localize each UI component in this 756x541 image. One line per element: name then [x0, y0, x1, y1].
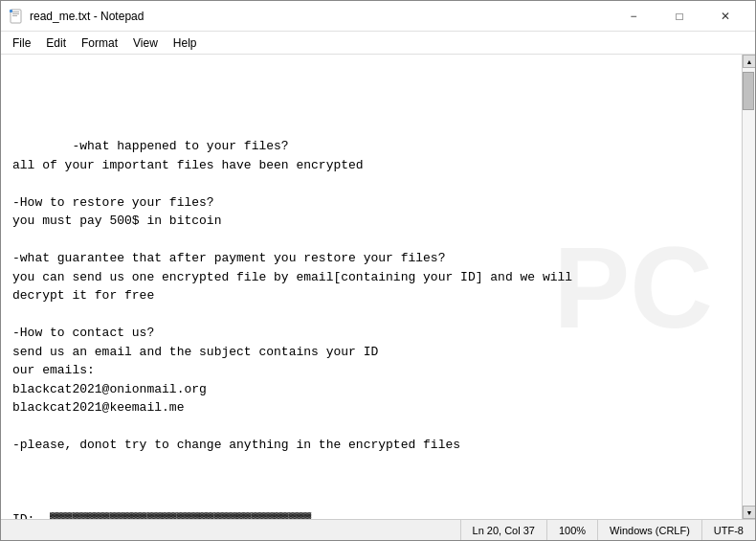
menu-file[interactable]: File: [5, 34, 38, 52]
zoom-level: 100%: [547, 520, 598, 540]
menu-edit[interactable]: Edit: [38, 34, 74, 52]
menu-view[interactable]: View: [125, 34, 166, 52]
document-text: -what happened to your files? all of you…: [12, 139, 572, 519]
content-wrapper: PC -what happened to your files? all of …: [1, 55, 755, 519]
svg-rect-1: [12, 11, 19, 12]
text-editor[interactable]: PC -what happened to your files? all of …: [1, 55, 742, 519]
window-title: read_me.txt - Notepad: [30, 10, 611, 23]
scroll-down-button[interactable]: ▼: [743, 506, 755, 519]
scroll-thumb[interactable]: [743, 72, 754, 110]
status-left: [1, 520, 461, 540]
close-button[interactable]: ✕: [703, 1, 747, 32]
minimize-button[interactable]: −: [611, 1, 656, 32]
svg-rect-2: [12, 13, 19, 14]
maximize-button[interactable]: □: [657, 1, 701, 32]
svg-rect-4: [10, 10, 12, 12]
menu-bar: File Edit Format View Help: [1, 32, 755, 55]
window-controls: − □ ✕: [611, 1, 747, 32]
notepad-icon: [9, 9, 24, 24]
menu-format[interactable]: Format: [74, 34, 125, 52]
svg-rect-3: [12, 15, 17, 16]
line-ending: Windows (CRLF): [598, 520, 702, 540]
cursor-position: Ln 20, Col 37: [461, 520, 547, 540]
text-content: -what happened to your files? all of you…: [12, 119, 730, 520]
status-bar: Ln 20, Col 37 100% Windows (CRLF) UTF-8: [1, 519, 755, 540]
notepad-window: read_me.txt - Notepad − □ ✕ File Edit Fo…: [0, 0, 756, 541]
encoding: UTF-8: [702, 520, 755, 540]
title-bar: read_me.txt - Notepad − □ ✕: [1, 1, 755, 32]
scrollbar[interactable]: ▲ ▼: [742, 55, 755, 519]
menu-help[interactable]: Help: [166, 34, 205, 52]
scroll-track[interactable]: [743, 68, 755, 506]
scroll-up-button[interactable]: ▲: [743, 55, 755, 68]
